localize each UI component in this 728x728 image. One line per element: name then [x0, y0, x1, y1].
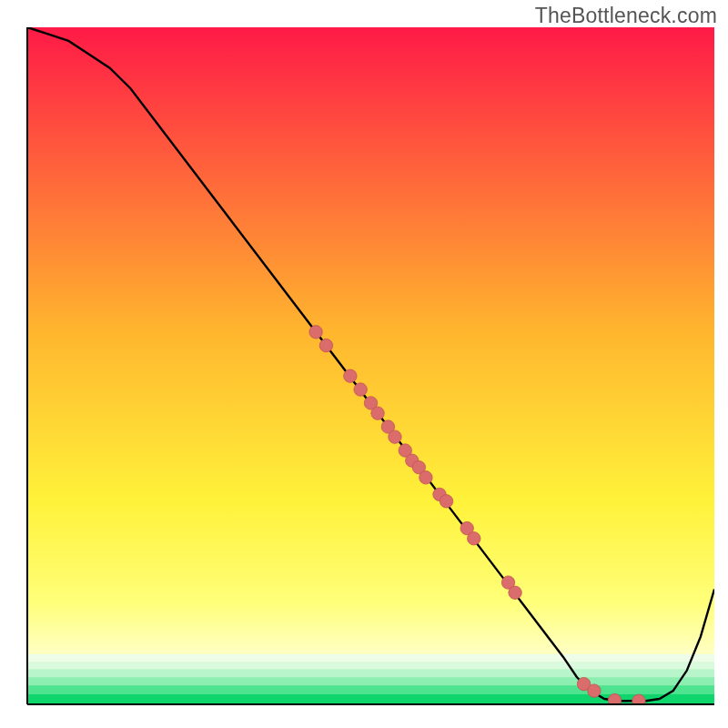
svg-rect-9	[0, 0, 27, 728]
data-point	[344, 369, 357, 382]
data-point	[509, 586, 521, 599]
data-point	[389, 430, 401, 443]
data-point	[354, 383, 367, 396]
plot-background	[27, 27, 714, 704]
data-point	[371, 407, 384, 420]
svg-rect-5	[27, 662, 714, 669]
svg-rect-2	[27, 685, 714, 694]
chart-stage: TheBottleneck.com	[0, 0, 728, 728]
data-point	[309, 326, 322, 339]
svg-rect-3	[27, 677, 714, 685]
svg-rect-8	[0, 704, 728, 728]
data-point	[319, 339, 332, 351]
chart-svg	[0, 0, 728, 728]
svg-rect-10	[714, 0, 728, 728]
svg-rect-4	[27, 669, 714, 677]
svg-rect-6	[27, 654, 714, 662]
data-point	[420, 471, 432, 484]
svg-rect-7	[0, 0, 728, 27]
data-point	[588, 684, 601, 697]
data-point	[440, 495, 452, 508]
data-point	[468, 532, 480, 545]
